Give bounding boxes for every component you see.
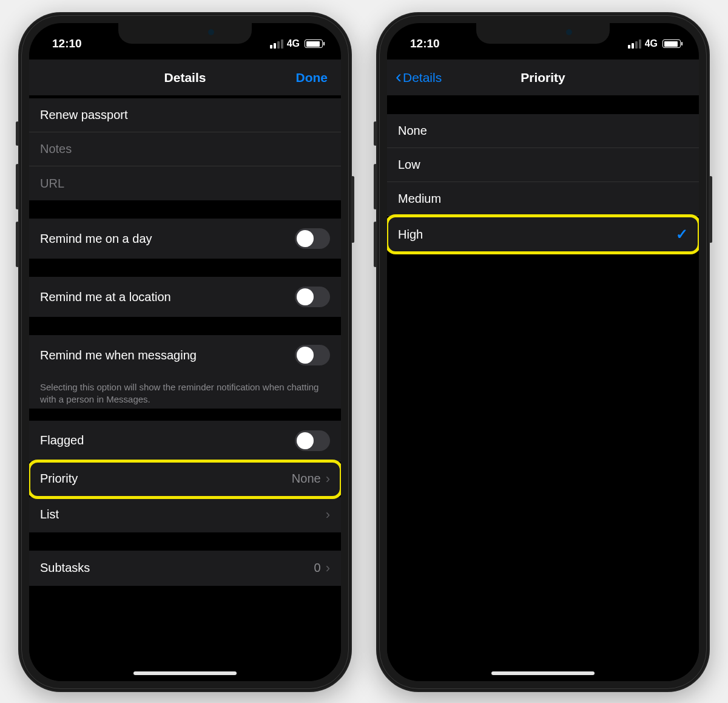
- remind-messaging-row[interactable]: Remind me when messaging: [29, 335, 341, 375]
- nav-title: Details: [164, 70, 206, 85]
- priority-value: None: [292, 472, 321, 486]
- network-label: 4G: [645, 38, 658, 49]
- chevron-left-icon: ‹: [396, 71, 402, 82]
- url-placeholder: URL: [40, 177, 64, 191]
- flagged-row[interactable]: Flagged: [29, 421, 341, 461]
- done-button[interactable]: Done: [296, 70, 328, 85]
- option-label: Low: [398, 158, 420, 172]
- phone-left: 12:10 4G Details Done Renew passport Not…: [18, 12, 352, 692]
- remind-messaging-toggle[interactable]: [295, 345, 330, 365]
- reminder-title-field[interactable]: Renew passport: [29, 98, 341, 132]
- network-label: 4G: [287, 38, 300, 49]
- checkmark-icon: ✓: [676, 226, 688, 243]
- notch: [118, 23, 252, 44]
- option-label: High: [398, 228, 423, 242]
- priority-content: None Low Medium High ✓: [387, 96, 699, 681]
- remind-messaging-label: Remind me when messaging: [40, 348, 197, 362]
- status-time: 12:10: [410, 37, 440, 50]
- home-indicator[interactable]: [491, 671, 595, 675]
- nav-bar: ‹ Details Priority: [387, 59, 699, 96]
- priority-label: Priority: [40, 472, 78, 486]
- priority-option-low[interactable]: Low: [387, 148, 699, 182]
- remind-day-row[interactable]: Remind me on a day: [29, 219, 341, 259]
- option-label: Medium: [398, 192, 441, 206]
- signal-icon: [628, 39, 641, 49]
- url-field[interactable]: URL: [29, 166, 341, 200]
- notch: [476, 23, 610, 44]
- subtasks-row[interactable]: Subtasks 0 ›: [29, 551, 341, 586]
- messaging-footer-note: Selecting this option will show the remi…: [29, 375, 341, 409]
- phone-right: 12:10 4G ‹ Details Priority None Low: [376, 12, 710, 692]
- signal-icon: [270, 39, 283, 49]
- remind-location-row[interactable]: Remind me at a location: [29, 277, 341, 317]
- subtasks-count: 0: [314, 561, 321, 575]
- list-label: List: [40, 508, 59, 521]
- notes-field[interactable]: Notes: [29, 132, 341, 166]
- priority-row[interactable]: Priority None ›: [29, 461, 341, 497]
- subtasks-label: Subtasks: [40, 561, 90, 575]
- priority-option-high[interactable]: High ✓: [387, 216, 699, 253]
- nav-bar: Details Done: [29, 59, 341, 96]
- chevron-right-icon: ›: [326, 560, 330, 576]
- battery-icon: [305, 39, 323, 48]
- status-time: 12:10: [52, 37, 82, 50]
- priority-option-medium[interactable]: Medium: [387, 182, 699, 216]
- remind-day-toggle[interactable]: [295, 228, 330, 249]
- back-button[interactable]: ‹ Details: [396, 70, 442, 85]
- notes-placeholder: Notes: [40, 142, 72, 156]
- remind-day-label: Remind me on a day: [40, 232, 152, 246]
- remind-location-toggle[interactable]: [295, 287, 330, 307]
- flagged-toggle[interactable]: [295, 430, 330, 451]
- chevron-right-icon: ›: [326, 507, 330, 523]
- home-indicator[interactable]: [133, 671, 237, 675]
- remind-location-label: Remind me at a location: [40, 290, 171, 304]
- details-content: Renew passport Notes URL Remind me on a …: [29, 96, 341, 681]
- priority-option-none[interactable]: None: [387, 114, 699, 148]
- option-label: None: [398, 124, 427, 138]
- battery-icon: [662, 39, 681, 48]
- back-label: Details: [403, 70, 442, 85]
- flagged-label: Flagged: [40, 433, 84, 447]
- chevron-right-icon: ›: [326, 471, 330, 487]
- nav-title: Priority: [521, 70, 565, 85]
- list-row[interactable]: List ›: [29, 497, 341, 532]
- reminder-title-text: Renew passport: [40, 108, 128, 122]
